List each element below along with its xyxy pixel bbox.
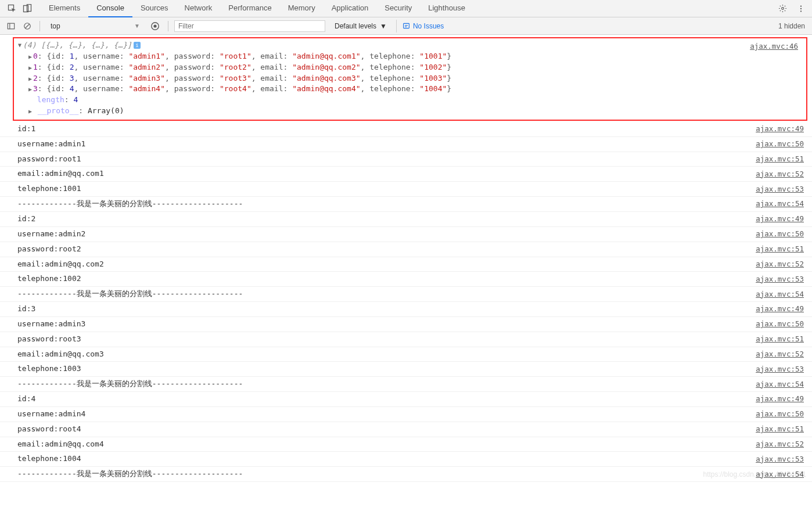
source-link-box: ajax.mvc:46: [750, 41, 798, 52]
topbar-right: [775, 1, 812, 16]
tab-performance[interactable]: Performance: [220, 0, 279, 17]
context-label: top: [51, 22, 60, 30]
log-line: email:admin@qq.com3ajax.mvc:52: [0, 347, 812, 362]
log-message: email:admin@qq.com1: [17, 168, 104, 179]
svg-point-5: [800, 8, 802, 9]
tab-application[interactable]: Application: [324, 0, 377, 17]
log-levels-select[interactable]: Default levels ▼: [329, 22, 393, 30]
log-line: username:admin4ajax.mvc:50: [0, 407, 812, 422]
hidden-count[interactable]: 1 hidden: [778, 22, 807, 30]
source-link[interactable]: ajax.mvc:52: [756, 259, 804, 269]
source-link[interactable]: ajax.mvc:46: [750, 42, 798, 51]
log-message: username:admin3: [17, 319, 85, 330]
levels-label: Default levels: [335, 22, 376, 30]
log-message: telephone:1002: [17, 273, 81, 285]
expand-icon[interactable]: ▶: [28, 85, 33, 94]
issues-label: No Issues: [413, 22, 444, 30]
filter-input[interactable]: [174, 20, 325, 32]
array-head-text: (4) [{…}, {…}, {…}, {…}]: [23, 40, 132, 51]
array-header[interactable]: ▼ (4) [{…}, {…}, {…}, {…}] i: [17, 40, 803, 51]
context-select[interactable]: top ▼: [46, 20, 145, 33]
source-link[interactable]: ajax.mvc:54: [756, 289, 804, 300]
source-link[interactable]: ajax.mvc:53: [756, 454, 804, 465]
log-line: id:4ajax.mvc:49: [0, 392, 812, 407]
expand-icon[interactable]: ▶: [28, 64, 33, 73]
source-link[interactable]: ajax.mvc:52: [756, 169, 804, 179]
sidebar-toggle-icon[interactable]: [5, 19, 17, 34]
devtools-topbar: ElementsConsoleSourcesNetworkPerformance…: [0, 0, 812, 17]
source-link[interactable]: ajax.mvc:51: [756, 334, 804, 344]
live-expression-icon[interactable]: [148, 19, 162, 34]
source-link[interactable]: ajax.mvc:51: [756, 244, 804, 254]
source-link[interactable]: ajax.mvc:51: [756, 424, 804, 434]
source-link[interactable]: ajax.mvc:50: [756, 139, 804, 149]
source-link[interactable]: ajax.mvc:50: [756, 409, 804, 419]
array-item[interactable]: ▶3: {id: 4, username: "admin4", password…: [17, 84, 803, 95]
array-item[interactable]: ▶0: {id: 1, username: "admin1", password…: [17, 51, 803, 62]
tab-sources[interactable]: Sources: [132, 0, 177, 17]
expand-icon[interactable]: ▼: [17, 41, 22, 50]
source-link[interactable]: ajax.mvc:53: [756, 364, 804, 375]
tab-security[interactable]: Security: [376, 0, 420, 17]
inspect-icon[interactable]: [5, 1, 20, 16]
source-link[interactable]: ajax.mvc:52: [756, 439, 804, 449]
source-link[interactable]: ajax.mvc:52: [756, 349, 804, 359]
array-item[interactable]: ▶2: {id: 3, username: "admin3", password…: [17, 73, 803, 84]
source-link[interactable]: ajax.mvc:54: [756, 199, 804, 209]
expand-icon[interactable]: ▶: [28, 107, 33, 116]
source-link[interactable]: ajax.mvc:49: [756, 214, 804, 224]
log-message: email:admin@qq.com2: [17, 259, 104, 270]
log-line: telephone:1002ajax.mvc:53: [0, 272, 812, 287]
log-message: password:root2: [17, 244, 81, 255]
issues-button[interactable]: No Issues: [396, 20, 450, 33]
console-toolbar: top ▼ Default levels ▼ No Issues 1 hidde…: [0, 17, 812, 35]
clear-console-icon[interactable]: [21, 19, 34, 34]
array-item[interactable]: ▶1: {id: 2, username: "admin2", password…: [17, 62, 803, 73]
log-line: username:admin3ajax.mvc:50: [0, 317, 812, 332]
log-message: password:root1: [17, 154, 81, 165]
log-line: email:admin@qq.com1ajax.mvc:52: [0, 167, 812, 182]
log-line: email:admin@qq.com4ajax.mvc:52: [0, 437, 812, 452]
chevron-down-icon: ▼: [380, 22, 387, 30]
console-output: ajax.mvc:46 ▼ (4) [{…}, {…}, {…}, {…}] i…: [0, 37, 812, 482]
settings-icon[interactable]: [775, 1, 790, 16]
device-toggle-icon[interactable]: [20, 1, 35, 16]
log-message: password:root4: [17, 424, 81, 435]
svg-line-10: [26, 24, 30, 28]
log-message: username:admin2: [17, 229, 85, 240]
expand-icon[interactable]: ▶: [28, 53, 33, 62]
source-link[interactable]: ajax.mvc:54: [756, 379, 804, 390]
tab-lighthouse[interactable]: Lighthouse: [420, 0, 473, 17]
log-message: password:root3: [17, 334, 81, 345]
log-message: -------------我是一条美丽的分割线-----------------…: [17, 469, 243, 480]
source-link[interactable]: ajax.mvc:49: [756, 124, 804, 134]
separator: [168, 21, 168, 31]
source-link[interactable]: ajax.mvc:53: [756, 184, 804, 195]
source-link[interactable]: ajax.mvc:50: [756, 229, 804, 239]
info-icon[interactable]: i: [134, 42, 141, 49]
source-link[interactable]: ajax.mvc:50: [756, 319, 804, 329]
log-message: id:4: [17, 394, 35, 405]
svg-point-12: [153, 24, 156, 27]
more-icon[interactable]: [793, 1, 809, 16]
source-link[interactable]: ajax.mvc:53: [756, 274, 804, 285]
source-link[interactable]: ajax.mvc:49: [756, 304, 804, 314]
source-link[interactable]: ajax.mvc:51: [756, 154, 804, 164]
log-line-divider: -------------我是一条美丽的分割线-----------------…: [0, 287, 812, 302]
svg-rect-7: [8, 23, 14, 29]
svg-point-3: [781, 8, 784, 10]
expand-icon[interactable]: ▶: [28, 75, 33, 84]
log-message: telephone:1004: [17, 453, 81, 465]
source-link[interactable]: ajax.mvc:49: [756, 394, 804, 404]
tab-memory[interactable]: Memory: [280, 0, 324, 17]
tab-elements[interactable]: Elements: [41, 0, 88, 17]
tab-console[interactable]: Console: [88, 0, 132, 17]
log-line: username:admin1ajax.mvc:50: [0, 137, 812, 152]
log-message: username:admin1: [17, 139, 85, 150]
log-message: -------------我是一条美丽的分割线-----------------…: [17, 199, 243, 210]
tab-network[interactable]: Network: [177, 0, 221, 17]
proto-row[interactable]: ▶ __proto__: Array(0): [17, 106, 803, 117]
log-line: telephone:1003ajax.mvc:53: [0, 362, 812, 377]
log-message: id:2: [17, 214, 35, 225]
log-message: telephone:1003: [17, 363, 81, 375]
